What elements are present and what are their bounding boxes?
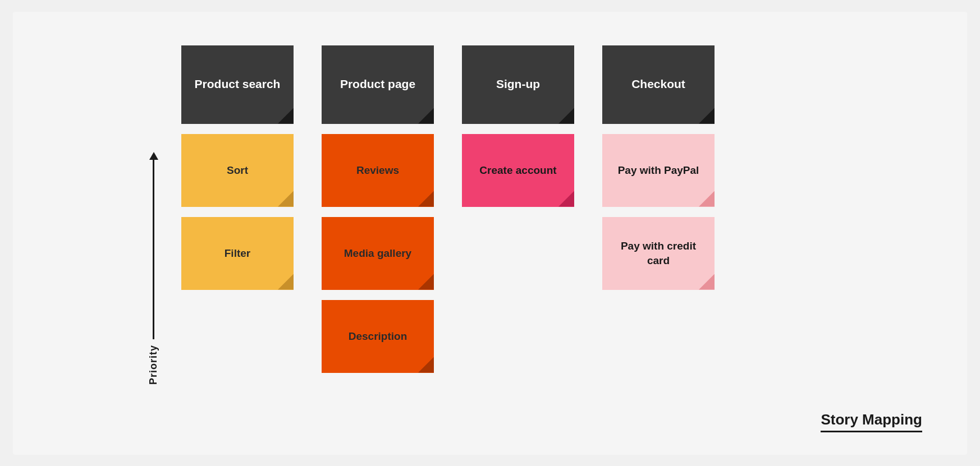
- column-checkout: CheckoutPay with PayPalPay with credit c…: [602, 45, 715, 373]
- column-product-page: Product pageReviewsMedia galleryDescript…: [322, 45, 434, 373]
- priority-label: Priority: [148, 345, 159, 385]
- note-product-page-0: Reviews: [322, 134, 434, 207]
- columns-container: Product searchSortFilterProduct pageRevi…: [181, 45, 715, 373]
- note-checkout-0: Pay with PayPal: [602, 134, 715, 207]
- header-note-sign-up: Sign-up: [462, 45, 574, 124]
- priority-arrow-icon: [149, 152, 158, 160]
- header-note-checkout: Checkout: [602, 45, 715, 124]
- priority-line: [153, 160, 154, 339]
- note-product-page-1: Media gallery: [322, 217, 434, 290]
- story-mapping-title: Story Mapping: [821, 411, 922, 432]
- column-product-search: Product searchSortFilter: [181, 45, 294, 373]
- priority-axis: Priority: [148, 152, 159, 385]
- header-note-product-search: Product search: [181, 45, 294, 124]
- header-note-product-page: Product page: [322, 45, 434, 124]
- column-sign-up: Sign-upCreate account: [462, 45, 574, 373]
- note-product-search-1: Filter: [181, 217, 294, 290]
- canvas: Priority Product searchSortFilterProduct…: [13, 12, 967, 455]
- note-product-page-2: Description: [322, 300, 434, 373]
- note-sign-up-0: Create account: [462, 134, 574, 207]
- note-checkout-1: Pay with credit card: [602, 217, 715, 290]
- note-product-search-0: Sort: [181, 134, 294, 207]
